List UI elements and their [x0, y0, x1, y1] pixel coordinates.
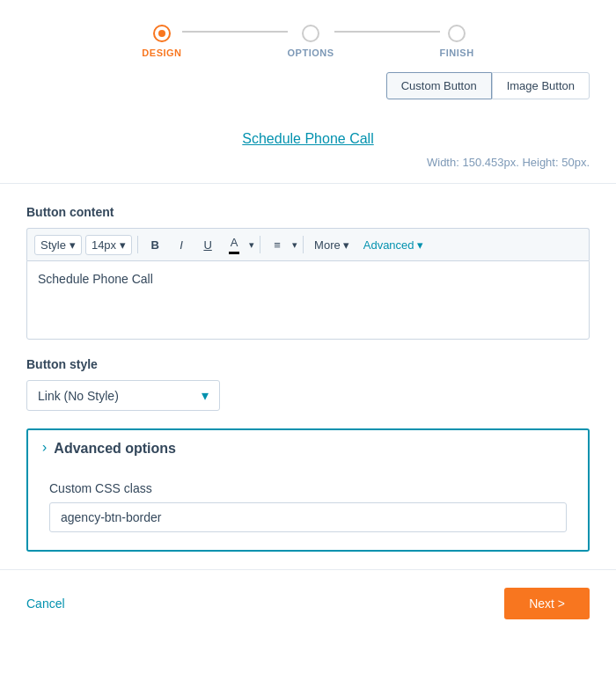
step-circle-options: [302, 25, 319, 42]
advanced-arrow: ▾: [417, 238, 423, 252]
step-label-options: OPTIONS: [288, 48, 334, 58]
font-color-label: A: [231, 236, 238, 249]
step-finish: FINISH: [440, 25, 474, 58]
preview-dimensions: Width: 150.453px. Height: 50px.: [427, 156, 590, 169]
button-style-section: Button style Link (No Style) ▾: [0, 340, 616, 411]
more-label: More: [314, 238, 341, 252]
italic-button[interactable]: I: [170, 233, 193, 256]
advanced-options-section: ‹ Advanced options Custom CSS class: [26, 428, 590, 552]
button-content-section: Button content Style ▾ 14px ▾ B I U A: [0, 184, 616, 340]
image-button-tab[interactable]: Image Button: [492, 72, 590, 99]
style-dropdown-label: Style: [40, 238, 66, 252]
underline-icon: U: [203, 238, 211, 252]
advanced-dropdown[interactable]: Advanced ▾: [358, 236, 429, 254]
more-arrow: ▾: [343, 238, 349, 252]
bold-button[interactable]: B: [143, 233, 166, 256]
step-design: DESIGN: [142, 25, 181, 58]
step-line-1: [182, 31, 288, 33]
advanced-label: Advanced: [363, 238, 414, 252]
step-options: OPTIONS: [288, 25, 334, 58]
underline-button[interactable]: U: [196, 233, 219, 256]
button-type-row: Custom Button Image Button: [0, 72, 616, 113]
color-indicator: [229, 252, 239, 254]
css-class-label: Custom CSS class: [49, 481, 567, 495]
stepper: DESIGN OPTIONS FINISH: [0, 0, 616, 72]
content-toolbar: Style ▾ 14px ▾ B I U A ▾ ≡: [26, 228, 590, 260]
button-content-label: Button content: [26, 205, 590, 219]
css-class-input[interactable]: [49, 502, 567, 532]
align-icon: ≡: [274, 238, 281, 252]
button-style-dropdown[interactable]: Link (No Style) ▾: [26, 380, 220, 411]
content-editor[interactable]: Schedule Phone Call: [26, 260, 590, 340]
step-label-finish: FINISH: [440, 48, 474, 58]
step-circle-design: [153, 25, 171, 42]
bold-icon: B: [150, 238, 158, 252]
step-circle-finish: [448, 25, 466, 42]
italic-icon: I: [180, 238, 183, 252]
button-style-selected: Link (No Style): [38, 389, 119, 403]
advanced-options-body: Custom CSS class: [28, 467, 588, 550]
advanced-options-chevron: ‹: [42, 441, 47, 457]
font-color-button[interactable]: A: [223, 233, 246, 256]
toolbar-divider-3: [303, 236, 304, 253]
align-arrow[interactable]: ▾: [292, 239, 297, 251]
custom-button-tab[interactable]: Custom Button: [386, 72, 492, 99]
size-dropdown-arrow: ▾: [120, 238, 126, 252]
footer: Cancel Next >: [0, 569, 616, 637]
button-style-arrow: ▾: [202, 387, 209, 404]
size-dropdown[interactable]: 14px ▾: [85, 235, 132, 255]
cancel-button[interactable]: Cancel: [26, 597, 65, 611]
button-style-label: Button style: [26, 357, 590, 371]
step-label-design: DESIGN: [142, 48, 181, 58]
more-dropdown[interactable]: More ▾: [309, 236, 355, 254]
next-button[interactable]: Next >: [504, 588, 590, 619]
toolbar-divider-1: [137, 236, 138, 253]
preview-area: Schedule Phone Call Width: 150.453px. He…: [0, 113, 616, 184]
font-color-arrow[interactable]: ▾: [249, 239, 254, 251]
preview-link[interactable]: Schedule Phone Call: [242, 131, 373, 147]
style-dropdown-arrow: ▾: [70, 238, 76, 252]
advanced-options-header[interactable]: ‹ Advanced options: [28, 430, 588, 467]
size-dropdown-label: 14px: [92, 238, 116, 252]
step-line-2: [334, 31, 440, 33]
style-dropdown[interactable]: Style ▾: [34, 235, 82, 255]
align-button[interactable]: ≡: [266, 233, 289, 256]
advanced-options-title: Advanced options: [54, 441, 176, 457]
toolbar-divider-2: [260, 236, 260, 253]
editor-content: Schedule Phone Call: [38, 272, 153, 286]
